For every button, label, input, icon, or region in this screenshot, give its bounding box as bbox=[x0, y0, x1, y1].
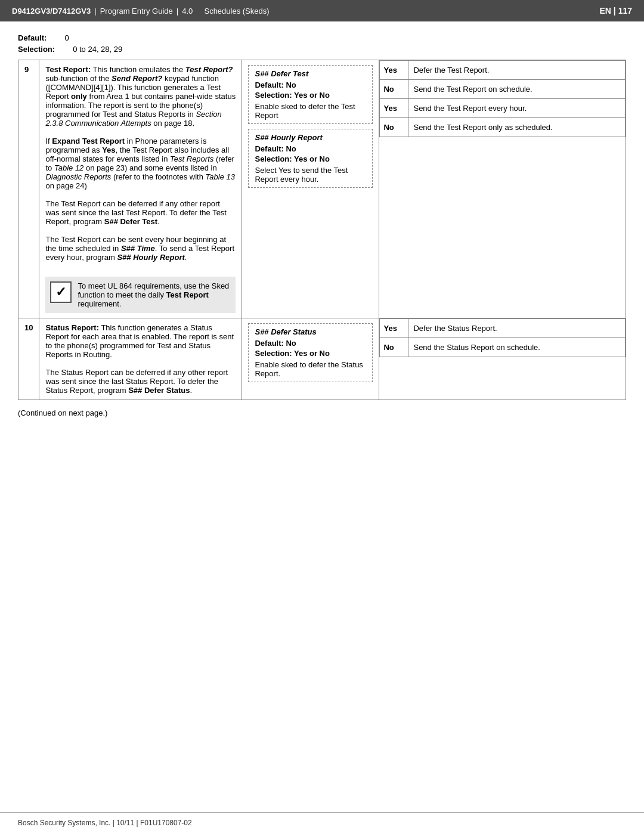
header-sep2: | bbox=[177, 7, 178, 16]
selection-row: Selection: 0 to 24, 28, 29 bbox=[18, 45, 626, 54]
page-footer: Bosch Security Systems, Inc. | 10/11 | F… bbox=[0, 812, 644, 833]
hourly-report-title: S## Hourly Report bbox=[255, 133, 366, 142]
default-row: Default: 0 bbox=[18, 33, 626, 42]
yes-3: Yes bbox=[380, 319, 408, 338]
header-section: Schedules (Skeds) bbox=[204, 7, 269, 16]
header-model: D9412GV3/D7412GV3 bbox=[12, 7, 91, 16]
ul-note-text: To meet UL 864 requirements, use the Ske… bbox=[78, 281, 231, 308]
defer-status-selection: Selection: Yes or No bbox=[255, 349, 366, 358]
hourly-report-default: Default: No bbox=[255, 144, 366, 153]
yes-2: Yes bbox=[380, 99, 408, 118]
header-right: EN | 117 bbox=[599, 6, 632, 16]
defer-test-desc: Enable sked to defer the Test Report bbox=[255, 102, 366, 120]
defer-test-title: S## Defer Test bbox=[255, 69, 366, 78]
header-lang: EN bbox=[599, 6, 611, 16]
row-num-9: 9 bbox=[18, 60, 39, 318]
header-sep1: | bbox=[94, 7, 96, 16]
defer-status-desc: Enable sked to defer the Status Report. bbox=[255, 360, 366, 378]
continued-note: (Continued on next page.) bbox=[18, 408, 626, 417]
row-10-desc: Status Report: This function generates a… bbox=[39, 318, 242, 400]
defer-status-title: S## Defer Status bbox=[255, 327, 366, 336]
sub-box-defer-test: S## Defer Test Default: No Selection: Ye… bbox=[248, 65, 373, 124]
result-3: Send the Test Report every hour. bbox=[408, 99, 626, 118]
row-9-yn-result: Yes Defer the Test Report. No Send the T… bbox=[379, 60, 626, 318]
sub-box-hourly-report: S## Hourly Report Default: No Selection:… bbox=[248, 129, 373, 188]
hourly-report-selection: Selection: Yes or No bbox=[255, 154, 366, 163]
hourly-report-desc: Select Yes to send the Test Report every… bbox=[255, 166, 366, 184]
result-1: Defer the Test Report. bbox=[408, 61, 626, 80]
row-10-yn-result: Yes Defer the Status Report. No Send the… bbox=[379, 318, 626, 400]
header-page: 117 bbox=[618, 6, 632, 16]
defer-status-default: Default: No bbox=[255, 339, 366, 348]
no-2: No bbox=[380, 118, 408, 137]
no-3: No bbox=[380, 338, 408, 357]
result-6: Send the Status Report on schedule. bbox=[408, 338, 626, 357]
header-guide: Program Entry Guide bbox=[100, 7, 173, 16]
default-label: Default: bbox=[18, 33, 47, 42]
sub-box-defer-status: S## Defer Status Default: No Selection: … bbox=[248, 323, 373, 382]
ul-checkmark-icon: ✓ bbox=[50, 281, 72, 303]
row-9-mid: S## Defer Test Default: No Selection: Ye… bbox=[242, 60, 379, 318]
header-page-sep: | bbox=[614, 6, 618, 16]
yes-1: Yes bbox=[380, 61, 408, 80]
no-1: No bbox=[380, 80, 408, 99]
selection-label: Selection: bbox=[18, 45, 55, 54]
result-4: Send the Test Report only as scheduled. bbox=[408, 118, 626, 137]
header-version: 4.0 bbox=[182, 7, 193, 16]
row-num-10: 10 bbox=[18, 318, 39, 400]
row-10-mid: S## Defer Status Default: No Selection: … bbox=[242, 318, 379, 400]
result-2: Send the Test Report on schedule. bbox=[408, 80, 626, 99]
page-header: D9412GV3/D7412GV3 | Program Entry Guide … bbox=[0, 0, 644, 21]
result-5: Defer the Status Report. bbox=[408, 319, 626, 338]
header-left: D9412GV3/D7412GV3 | Program Entry Guide … bbox=[12, 7, 270, 16]
main-table: 9 Test Report: This function emulates th… bbox=[18, 60, 626, 400]
default-value: 0 bbox=[64, 33, 69, 42]
content-area: Default: 0 Selection: 0 to 24, 28, 29 9 … bbox=[0, 21, 644, 812]
row-9-desc: Test Report: This function emulates the … bbox=[39, 60, 242, 318]
defer-test-selection: Selection: Yes or No bbox=[255, 91, 366, 100]
selection-value: 0 to 24, 28, 29 bbox=[73, 45, 122, 54]
page: D9412GV3/D7412GV3 | Program Entry Guide … bbox=[0, 0, 644, 833]
ul-note: ✓ To meet UL 864 requirements, use the S… bbox=[45, 277, 236, 313]
table-row-10: 10 Status Report: This function generate… bbox=[18, 318, 626, 400]
table-row: 9 Test Report: This function emulates th… bbox=[18, 60, 626, 318]
defer-test-default: Default: No bbox=[255, 80, 366, 89]
